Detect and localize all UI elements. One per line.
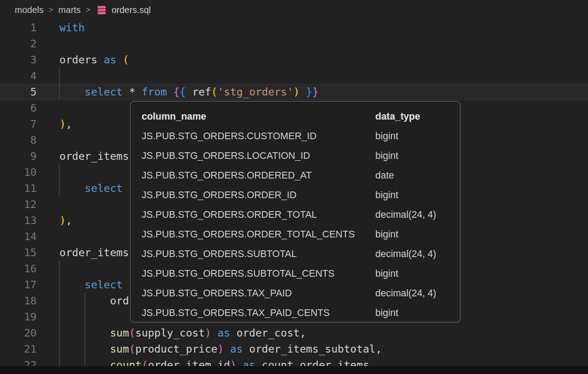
line-number[interactable]: 3 bbox=[0, 52, 37, 68]
line-number[interactable]: 20 bbox=[0, 325, 37, 341]
column-name-header: column_name bbox=[142, 111, 375, 122]
column-info-row: JS.PUB.STG_ORDERS.TAX_PAIDdecimal(24, 4) bbox=[131, 283, 460, 303]
data-type-cell: decimal(24, 4) bbox=[375, 288, 460, 299]
line-number[interactable]: 19 bbox=[0, 309, 37, 325]
line-number[interactable]: 9 bbox=[0, 148, 37, 164]
line-number[interactable]: 15 bbox=[0, 245, 37, 261]
indent-guide bbox=[59, 164, 60, 196]
line-number[interactable]: 13 bbox=[0, 212, 37, 229]
column-name-cell: JS.PUB.STG_ORDERS.TAX_PAID bbox=[142, 288, 375, 299]
column-info-row: JS.PUB.STG_ORDERS.LOCATION_IDbigint bbox=[131, 146, 460, 166]
data-type-cell: bigint bbox=[375, 229, 460, 240]
indent-guide bbox=[59, 68, 60, 100]
column-info-rows: JS.PUB.STG_ORDERS.CUSTOMER_IDbigintJS.PU… bbox=[131, 126, 460, 323]
line-number[interactable]: 5 bbox=[0, 84, 37, 100]
breadcrumb-item-marts[interactable]: marts bbox=[59, 5, 81, 15]
data-type-cell: bigint bbox=[375, 150, 460, 162]
column-name-cell: JS.PUB.STG_ORDERS.ORDER_ID bbox=[142, 190, 375, 201]
code-text: select bbox=[59, 180, 122, 196]
data-type-cell: bigint bbox=[375, 190, 460, 201]
code-text: order_items bbox=[59, 245, 129, 261]
column-name-cell: JS.PUB.STG_ORDERS.CUSTOMER_ID bbox=[142, 131, 375, 142]
code-text: sum(product_price) as order_items_subtot… bbox=[59, 341, 382, 357]
line-number[interactable]: 17 bbox=[0, 277, 37, 293]
column-name-cell: JS.PUB.STG_ORDERS.ORDERED_AT bbox=[142, 170, 375, 181]
line-number[interactable]: 11 bbox=[0, 180, 37, 196]
code-line-20[interactable]: 20 sum(supply_cost) as order_cost, bbox=[0, 325, 588, 341]
code-line-5[interactable]: 5 select * from {{ ref('stg_orders') }} bbox=[0, 84, 588, 100]
column-info-row: JS.PUB.STG_ORDERS.ORDERED_ATdate bbox=[131, 166, 460, 185]
line-number[interactable]: 21 bbox=[0, 341, 37, 357]
breadcrumb-item-file[interactable]: orders.sql bbox=[96, 4, 151, 16]
column-name-cell: JS.PUB.STG_ORDERS.SUBTOTAL bbox=[142, 249, 375, 260]
code-text: ), bbox=[59, 116, 72, 132]
column-info-row: JS.PUB.STG_ORDERS.ORDER_TOTAL_CENTSbigin… bbox=[131, 224, 460, 244]
column-name-cell: JS.PUB.STG_ORDERS.ORDER_TOTAL_CENTS bbox=[142, 229, 375, 240]
code-text: with bbox=[59, 20, 85, 36]
breadcrumb: models > marts > orders.sql bbox=[0, 0, 588, 20]
line-number[interactable]: 12 bbox=[0, 196, 37, 212]
code-text: ), bbox=[59, 212, 72, 229]
column-info-row: JS.PUB.STG_ORDERS.ORDER_TOTALdecimal(24,… bbox=[131, 205, 460, 224]
data-type-cell: decimal(24, 4) bbox=[375, 209, 460, 220]
breadcrumb-item-models[interactable]: models bbox=[15, 5, 43, 15]
column-name-cell: JS.PUB.STG_ORDERS.SUBTOTAL_CENTS bbox=[142, 268, 375, 279]
indent-guide bbox=[59, 261, 60, 373]
code-line-4[interactable]: 4 bbox=[0, 68, 588, 84]
code-text: select * from {{ ref('stg_orders') }} bbox=[59, 84, 319, 100]
column-info-row: JS.PUB.STG_ORDERS.ORDER_IDbigint bbox=[131, 185, 460, 205]
column-info-row: JS.PUB.STG_ORDERS.CUSTOMER_IDbigint bbox=[131, 126, 460, 146]
column-info-header-row: column_name data_type bbox=[131, 107, 460, 126]
line-number[interactable]: 7 bbox=[0, 116, 37, 132]
column-info-row: JS.PUB.STG_ORDERS.TAX_PAID_CENTSbigint bbox=[131, 303, 460, 323]
line-number[interactable]: 8 bbox=[0, 132, 37, 148]
data-type-cell: date bbox=[375, 170, 460, 181]
column-name-cell: JS.PUB.STG_ORDERS.LOCATION_ID bbox=[142, 150, 375, 162]
line-number[interactable]: 16 bbox=[0, 261, 37, 277]
code-line-21[interactable]: 21 sum(product_price) as order_items_sub… bbox=[0, 341, 588, 357]
column-info-row: JS.PUB.STG_ORDERS.SUBTOTAL_CENTSbigint bbox=[131, 264, 460, 283]
breadcrumb-separator-icon: > bbox=[86, 5, 91, 15]
line-number[interactable]: 4 bbox=[0, 68, 37, 84]
data-type-cell: bigint bbox=[375, 131, 460, 142]
line-number[interactable]: 14 bbox=[0, 229, 37, 245]
bottom-edge-strip bbox=[0, 366, 588, 374]
column-info-popup: column_name data_type JS.PUB.STG_ORDERS.… bbox=[130, 101, 461, 323]
line-number[interactable]: 10 bbox=[0, 164, 37, 180]
line-number[interactable]: 2 bbox=[0, 36, 37, 52]
data-type-cell: bigint bbox=[375, 308, 460, 319]
code-text: orders as ( bbox=[59, 52, 129, 68]
code-text: sum(supply_cost) as order_cost, bbox=[59, 325, 306, 341]
code-line-2[interactable]: 2 bbox=[0, 36, 588, 52]
column-name-cell: JS.PUB.STG_ORDERS.ORDER_TOTAL bbox=[142, 209, 375, 220]
database-icon bbox=[96, 4, 108, 16]
column-info-row: JS.PUB.STG_ORDERS.SUBTOTALdecimal(24, 4) bbox=[131, 244, 460, 264]
code-text: order_items bbox=[59, 148, 129, 164]
indent-guide bbox=[84, 293, 85, 373]
line-number[interactable]: 6 bbox=[0, 100, 37, 116]
data-type-cell: decimal(24, 4) bbox=[375, 249, 460, 260]
code-line-3[interactable]: 3orders as ( bbox=[0, 52, 588, 68]
code-text: select bbox=[59, 277, 122, 293]
column-name-cell: JS.PUB.STG_ORDERS.TAX_PAID_CENTS bbox=[142, 308, 375, 319]
data-type-header: data_type bbox=[375, 111, 460, 122]
line-number[interactable]: 1 bbox=[0, 20, 37, 36]
code-line-1[interactable]: 1with bbox=[0, 20, 588, 36]
data-type-cell: bigint bbox=[375, 268, 460, 279]
breadcrumb-separator-icon: > bbox=[48, 5, 53, 15]
line-number[interactable]: 18 bbox=[0, 293, 37, 309]
code-text: ord bbox=[59, 293, 129, 309]
file-name: orders.sql bbox=[112, 5, 151, 15]
sql-editor-window: models > marts > orders.sql 1with23order… bbox=[0, 0, 588, 374]
